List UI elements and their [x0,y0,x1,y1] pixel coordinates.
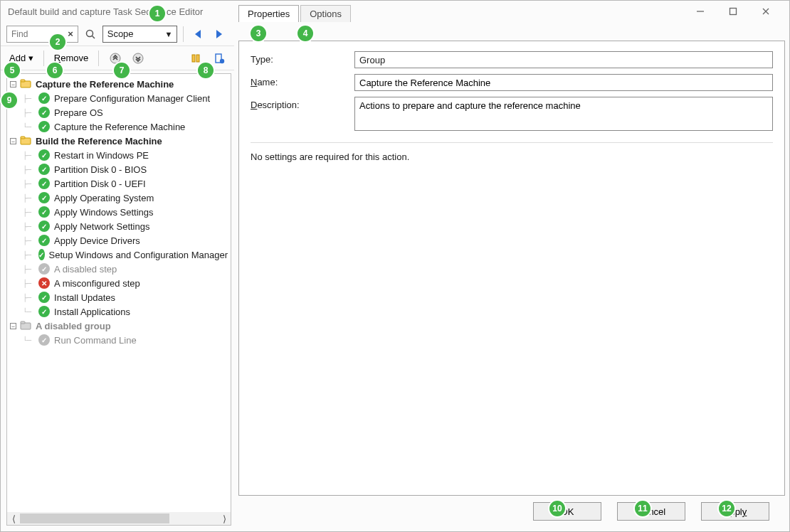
tree-group-label: Capture the Reference Machine [34,79,175,90]
dialog-buttons: OK Cancel Apply [238,496,785,527]
tree-group[interactable]: −Capture the Reference Machine [9,77,229,91]
svg-point-13 [220,58,224,63]
check-icon: ✓ [38,249,44,260]
tree-step[interactable]: └─ ✓Run Command Line [9,333,229,347]
find-toolbar: × Scope ▼ [1,22,234,46]
tree-group-label: A disabled group [34,321,112,331]
scroll-left-icon[interactable]: ⟨ [7,512,20,525]
ok-button[interactable]: OK [533,502,601,521]
scroll-right-icon[interactable]: ⟩ [218,512,231,525]
left-pane: × Scope ▼ Add ▾ R [1,22,234,531]
cancel-button[interactable]: Cancel [617,502,685,521]
find-input[interactable] [7,28,64,41]
tree-group[interactable]: −Build the Reference Machine [9,134,229,148]
tree-step-label: Apply Device Drivers [53,235,142,246]
description-field[interactable]: Actions to prepare and capture the refer… [354,97,773,131]
tree-step-label: A disabled step [53,264,118,275]
search-button[interactable] [81,25,99,43]
task-tree[interactable]: −Capture the Reference Machine├─ ✓Prepar… [7,74,231,512]
disabled-icon: ✓ [38,334,50,346]
divider [251,142,773,143]
tree-wrap: −Capture the Reference Machine├─ ✓Prepar… [6,73,231,526]
svg-rect-11 [196,55,199,62]
tree-step-label: Restart in Windows PE [53,150,150,161]
check-icon: ✓ [38,206,50,218]
check-icon: ✓ [38,220,50,232]
disabled-icon: ✓ [38,263,50,275]
tree-step[interactable]: ├─ ✓Partition Disk 0 - UEFI [9,176,229,191]
separator [43,50,44,66]
properties-panel: Type: Name: Description: Actions to prep… [238,41,785,496]
apply-button[interactable]: Apply [701,502,769,521]
tree-step-label: Prepare OS [53,107,105,118]
tab-options[interactable]: Options [300,5,351,22]
error-icon: ✕ [38,277,50,289]
body: × Scope ▼ Add ▾ R [1,22,789,531]
tab-properties[interactable]: Properties [238,5,299,22]
tabs: Properties Options [238,4,352,22]
expand-toggle-icon[interactable]: − [10,323,16,329]
nav-back-button[interactable] [189,25,207,43]
horizontal-scrollbar[interactable]: ⟨ ⟩ [7,512,231,525]
name-field[interactable] [354,74,773,91]
move-down-button[interactable] [129,49,147,68]
tree-step[interactable]: ├─ ✕A misconfigured step [9,276,229,290]
folder-icon [20,320,31,331]
minimize-button[interactable] [684,1,717,22]
titlebar: Default build and capture Task Sequence … [1,1,789,22]
scroll-thumb[interactable] [20,514,169,523]
svg-rect-15 [21,80,25,82]
toolbar-extra2-icon[interactable] [210,49,228,68]
scope-dropdown[interactable]: Scope ▼ [102,26,178,43]
separator [183,26,184,42]
tree-step-label: Apply Windows Settings [53,207,154,218]
tree-step-label: Install Applications [53,307,132,317]
check-icon: ✓ [38,178,50,189]
expand-toggle-icon[interactable]: − [10,138,16,144]
tree-step[interactable]: ├─ ✓Apply Device Drivers [9,233,229,248]
tree-step[interactable]: ├─ ✓Setup Windows and Configuration Mana… [9,248,229,262]
toolbar-extra1-icon[interactable] [187,49,206,68]
close-button[interactable] [749,1,782,22]
tree-step[interactable]: ├─ ✓Partition Disk 0 - BIOS [9,162,229,176]
tree-step[interactable]: ├─ ✓Apply Network Settings [9,219,229,233]
name-label: Name: [251,74,354,87]
check-icon: ✓ [38,306,50,317]
svg-line-5 [93,36,95,38]
tree-step[interactable]: ├─ ✓Install Updates [9,290,229,304]
no-settings-message: No settings are required for this action… [251,151,773,162]
tree-step[interactable]: └─ ✓Install Applications [9,304,229,319]
tree-step[interactable]: └─ ✓Capture the Reference Machine [9,119,229,134]
tree-group[interactable]: −A disabled group [9,319,229,333]
tree-step-label: Partition Disk 0 - BIOS [53,164,148,175]
check-icon: ✓ [38,121,50,132]
find-clear-icon[interactable]: × [64,28,77,39]
remove-button[interactable]: Remove [51,51,91,65]
tree-step[interactable]: ├─ ✓Apply Operating System [9,191,229,205]
separator [98,50,99,66]
svg-marker-7 [216,30,222,38]
nav-forward-button[interactable] [211,25,228,43]
move-up-button[interactable] [106,49,125,68]
find-box[interactable]: × [6,26,78,43]
tree-step[interactable]: ├─ ✓A disabled step [9,262,229,276]
type-field [354,51,773,68]
tree-step[interactable]: ├─ ✓Prepare Configuration Manager Client [9,91,229,105]
tree-step-label: Apply Network Settings [53,221,151,232]
tree-step-label: Run Command Line [53,335,138,346]
type-label: Type: [251,51,354,65]
tree-step-label: Prepare Configuration Manager Client [53,93,211,104]
scroll-track[interactable] [20,512,218,525]
add-button[interactable]: Add ▾ [6,51,36,65]
tree-step-label: Apply Operating System [53,193,155,203]
tree-step[interactable]: ├─ ✓Prepare OS [9,105,229,119]
expand-toggle-icon[interactable]: − [10,81,16,87]
description-label: Description: [251,97,354,110]
tree-step[interactable]: ├─ ✓Restart in Windows PE [9,148,229,162]
tree-step[interactable]: ├─ ✓Apply Windows Settings [9,205,229,219]
svg-rect-17 [21,137,25,139]
scope-label: Scope [107,28,134,39]
maximize-button[interactable] [717,1,749,22]
tree-step-label: A misconfigured step [53,278,142,289]
tree-step-label: Install Updates [53,292,117,303]
